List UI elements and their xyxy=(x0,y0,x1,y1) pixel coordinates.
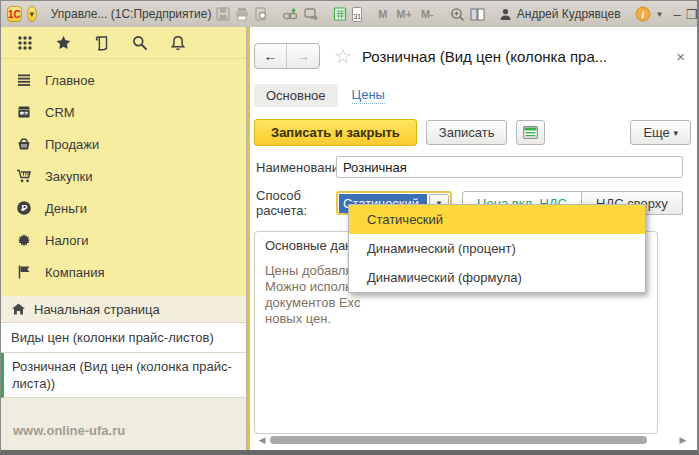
info-icon[interactable]: i xyxy=(635,6,651,23)
split-window-icon[interactable] xyxy=(470,6,485,23)
sidebar-item-label: Деньги xyxy=(45,201,87,216)
name-label: Наименование: xyxy=(256,160,336,175)
sidebar-item-sales[interactable]: Продажи xyxy=(1,128,246,160)
sections-toolbar xyxy=(1,27,246,59)
svg-text:P: P xyxy=(21,203,27,213)
save-and-close-button[interactable]: Записать и закрыть xyxy=(254,119,417,146)
sections-menu: Главное CRM Продажи Закупки P Деньги xyxy=(1,59,246,296)
memory-m-button[interactable]: М xyxy=(376,8,389,20)
scroll-right-arrow-icon[interactable]: ▶ xyxy=(677,435,689,445)
basket-icon xyxy=(16,136,32,152)
search-icon[interactable] xyxy=(132,35,148,51)
scrollbar-thumb[interactable] xyxy=(270,436,647,444)
ruble-coin-icon: P xyxy=(16,200,32,216)
sidebar-item-label: Налоги xyxy=(45,233,89,248)
home-page-tab[interactable]: Начальная страница xyxy=(1,296,246,323)
save-icon[interactable] xyxy=(216,6,230,23)
user-name[interactable]: Андрей Кудрявцев xyxy=(517,7,621,21)
home-page-label: Начальная страница xyxy=(34,302,160,317)
form-close-button[interactable]: × xyxy=(670,48,691,65)
open-tab-price-kinds[interactable]: Виды цен (колонки прайс-листов) xyxy=(1,323,246,353)
description-line: новых цен. xyxy=(265,311,647,327)
1c-logo-icon: 1С xyxy=(7,6,22,22)
sidebar-item-label: Главное xyxy=(45,73,95,88)
save-button[interactable]: Записать xyxy=(426,120,508,145)
history-icon[interactable] xyxy=(94,35,110,51)
favorites-star-icon[interactable] xyxy=(55,35,72,51)
menu-lines-icon xyxy=(16,72,32,88)
main-menu-button[interactable]: ▼ xyxy=(27,6,37,22)
maximize-button[interactable]: ❒ xyxy=(686,7,698,22)
form-header: ← → ☆ Розничная (Вид цен (колонка пра...… xyxy=(254,43,691,69)
dropdown-item-static[interactable]: Статический xyxy=(349,205,645,234)
tab-main[interactable]: Основное xyxy=(254,84,338,107)
chevron-down-icon: ▼ xyxy=(28,10,36,19)
sidebar-item-label: Продажи xyxy=(45,137,99,152)
horizontal-scrollbar[interactable]: ◀ ▶ xyxy=(254,434,691,450)
sidebar-item-purchases[interactable]: Закупки xyxy=(1,160,246,192)
sidebar-item-label: Закупки xyxy=(45,169,92,184)
calc-method-label: Способ расчета: xyxy=(256,188,336,218)
title-bar: 1С ▼ Управле... (1С:Предприятие) 31 М М+… xyxy=(1,1,697,27)
forward-button[interactable]: → xyxy=(287,44,319,68)
notifications-bell-icon[interactable] xyxy=(170,35,186,51)
left-panel: Главное CRM Продажи Закупки P Деньги xyxy=(1,27,247,450)
user-icon xyxy=(499,6,512,23)
window-title: Управле... (1С:Предприятие) xyxy=(51,7,212,21)
print-icon[interactable] xyxy=(235,6,249,23)
memory-m-plus-button[interactable]: М+ xyxy=(394,8,414,20)
open-windows-panel: Начальная страница Виды цен (колонки пра… xyxy=(1,296,246,450)
sidebar-item-taxes[interactable]: Налоги xyxy=(1,224,246,256)
flag-icon xyxy=(16,264,32,280)
zoom-in-icon[interactable] xyxy=(450,6,465,23)
more-button[interactable]: Еще ▾ xyxy=(630,120,691,145)
vendor-link[interactable]: www.online-ufa.ru xyxy=(1,415,246,450)
form-toolbar: Записать и закрыть Записать Еще ▾ xyxy=(254,119,691,146)
sidebar-item-label: CRM xyxy=(45,105,75,120)
open-tab-label: Виды цен (колонки прайс-листов) xyxy=(11,330,214,345)
calendar-icon[interactable]: 31 xyxy=(352,7,362,22)
name-input[interactable] xyxy=(336,156,683,178)
open-tab-label: Розничная (Вид цен (колонка прайс-листа)… xyxy=(12,358,236,392)
dropdown-item-dynamic-formula[interactable]: Динамический (формула) xyxy=(349,263,645,292)
storefront-icon xyxy=(16,104,32,120)
import-data-icon[interactable] xyxy=(282,6,298,23)
more-label: Еще xyxy=(643,125,669,140)
home-icon xyxy=(11,302,26,316)
navigation-buttons: ← → xyxy=(254,43,320,69)
calculator-icon[interactable] xyxy=(333,6,347,23)
dropdown-item-dynamic-percent[interactable]: Динамический (процент) xyxy=(349,234,645,263)
print-preview-icon[interactable] xyxy=(254,6,268,23)
calendar-day: 31 xyxy=(353,13,361,21)
cart-icon xyxy=(16,168,32,184)
tab-prices[interactable]: Цены xyxy=(352,87,385,104)
retail-price-form: ← → ☆ Розничная (Вид цен (колонка пра...… xyxy=(250,27,697,450)
chevron-down-icon: ▾ xyxy=(673,128,678,138)
scroll-left-arrow-icon[interactable]: ◀ xyxy=(256,435,268,445)
name-field-row: Наименование: xyxy=(254,156,691,178)
apps-grid-icon[interactable] xyxy=(17,35,33,51)
sidebar-item-label: Компания xyxy=(45,265,105,280)
price-list-report-button[interactable] xyxy=(516,120,545,145)
memory-m-minus-button[interactable]: М- xyxy=(419,8,436,20)
sidebar-item-crm[interactable]: CRM xyxy=(1,96,246,128)
back-button[interactable]: ← xyxy=(255,44,287,68)
favorite-star-icon[interactable]: ☆ xyxy=(334,44,352,68)
sidebar-item-company[interactable]: Компания xyxy=(1,256,246,288)
minimize-button[interactable]: – xyxy=(674,7,681,22)
form-title: Розничная (Вид цен (колонка пра... xyxy=(362,48,660,65)
sidebar-item-money[interactable]: P Деньги xyxy=(1,192,246,224)
description-line: документов Exc xyxy=(265,295,647,311)
calc-method-dropdown-list: Статический Динамический (процент) Динам… xyxy=(348,204,646,293)
form-tabs: Основное Цены xyxy=(254,83,691,107)
eagle-emblem-icon xyxy=(16,232,32,248)
open-tab-retail-active[interactable]: Розничная (Вид цен (колонка прайс-листа)… xyxy=(1,353,246,398)
svg-text:i: i xyxy=(641,9,644,20)
app-window: 1С ▼ Управле... (1С:Предприятие) 31 М М+… xyxy=(0,0,699,455)
export-data-icon[interactable] xyxy=(303,6,319,23)
sidebar-item-main[interactable]: Главное xyxy=(1,64,246,96)
chevron-down-icon[interactable]: ▼ xyxy=(656,10,664,19)
